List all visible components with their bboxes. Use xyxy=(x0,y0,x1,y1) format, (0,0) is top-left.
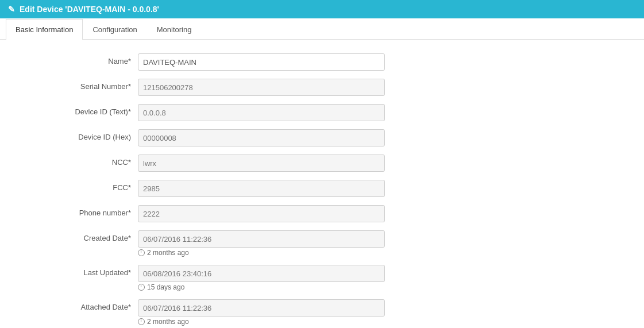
label-attached-date: Attached Date* xyxy=(11,299,138,311)
label-device-id-hex: Device ID (Hex) xyxy=(11,129,138,141)
clock-icon-created xyxy=(138,249,145,256)
title-text: Edit Device 'DAVITEQ-MAIN - 0.0.0.8' xyxy=(20,5,159,14)
last-updated-hint: 15 days ago xyxy=(138,283,385,291)
label-serial-number: Serial Number* xyxy=(11,79,138,91)
tab-monitoring[interactable]: Monitoring xyxy=(147,19,202,40)
tabs-container: Basic Information Configuration Monitori… xyxy=(0,18,644,40)
input-device-id-hex xyxy=(138,129,385,146)
field-device-id-text xyxy=(138,104,385,121)
label-phone-number: Phone number* xyxy=(11,205,138,217)
input-device-id-text xyxy=(138,104,385,121)
input-serial-number xyxy=(138,79,385,96)
field-fcc xyxy=(138,180,385,197)
created-date-hint-text: 2 months ago xyxy=(147,249,189,257)
field-row-name: Name* xyxy=(0,51,644,73)
last-updated-hint-text: 15 days ago xyxy=(147,283,184,291)
edit-icon: ✎ xyxy=(8,5,15,14)
tab-configuration[interactable]: Configuration xyxy=(83,19,146,40)
field-row-ncc: NCC* xyxy=(0,152,644,174)
field-row-fcc: FCC* xyxy=(0,177,644,199)
field-attached-date: 2 months ago xyxy=(138,299,385,326)
field-serial-number xyxy=(138,79,385,96)
tab-basic-information[interactable]: Basic Information xyxy=(6,19,83,40)
field-row-device-id-hex: Device ID (Hex) xyxy=(0,127,644,149)
label-name: Name* xyxy=(11,53,138,65)
input-fcc xyxy=(138,180,385,197)
field-row-created-date: Created Date* 2 months ago xyxy=(0,228,644,259)
input-name[interactable] xyxy=(138,53,385,71)
main-content: Name* Serial Number* Device ID (Text)* D… xyxy=(0,40,644,328)
label-ncc: NCC* xyxy=(11,155,138,167)
field-device-id-hex xyxy=(138,129,385,146)
attached-date-hint: 2 months ago xyxy=(138,318,385,326)
field-last-updated: 15 days ago xyxy=(138,265,385,291)
label-device-id-text: Device ID (Text)* xyxy=(11,104,138,116)
title-bar: ✎ Edit Device 'DAVITEQ-MAIN - 0.0.0.8' xyxy=(0,0,644,18)
input-attached-date xyxy=(138,299,385,317)
field-row-serial-number: Serial Number* xyxy=(0,76,644,98)
clock-icon-attached xyxy=(138,318,145,325)
field-row-attached-date: Attached Date* 2 months ago xyxy=(0,297,644,328)
field-row-device-id-text: Device ID (Text)* xyxy=(0,102,644,124)
label-fcc: FCC* xyxy=(11,180,138,192)
clock-icon-last-updated xyxy=(138,284,145,291)
input-created-date xyxy=(138,230,385,248)
field-row-phone-number: Phone number* xyxy=(0,203,644,225)
attached-date-hint-text: 2 months ago xyxy=(147,318,189,326)
field-ncc xyxy=(138,155,385,172)
label-last-updated: Last Updated* xyxy=(11,265,138,277)
input-last-updated xyxy=(138,265,385,282)
created-date-hint: 2 months ago xyxy=(138,249,385,257)
field-phone-number xyxy=(138,205,385,222)
input-phone-number xyxy=(138,205,385,222)
field-name xyxy=(138,53,385,71)
label-created-date: Created Date* xyxy=(11,230,138,242)
input-ncc xyxy=(138,155,385,172)
field-row-last-updated: Last Updated* 15 days ago xyxy=(0,263,644,294)
field-created-date: 2 months ago xyxy=(138,230,385,257)
